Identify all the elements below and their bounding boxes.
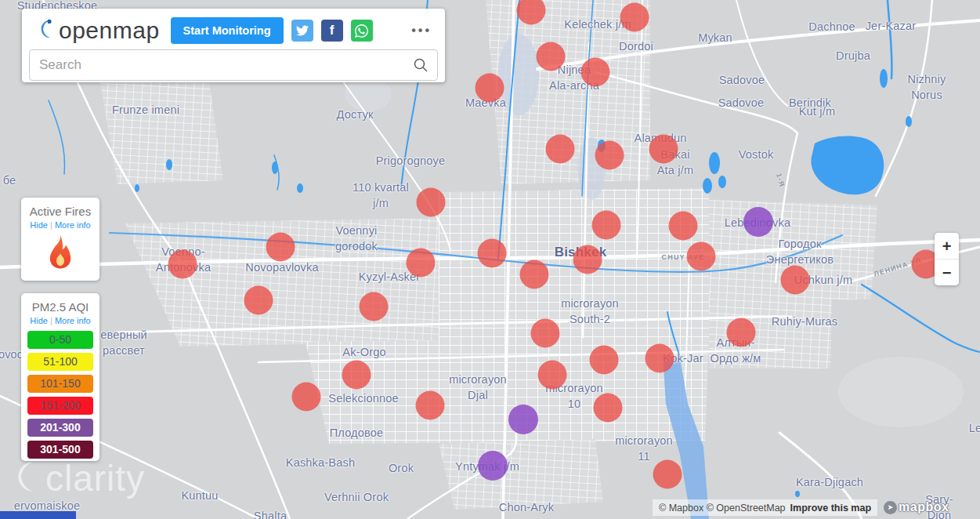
- aqi-marker-151-200[interactable]: [520, 260, 549, 289]
- aqi-marker-151-200[interactable]: [416, 391, 445, 420]
- aqi-marker-151-200[interactable]: [595, 141, 624, 170]
- aqi-marker-151-200[interactable]: [407, 249, 436, 278]
- active-fires-panel: Active Fires Hide | More info: [21, 198, 99, 281]
- aqi-scale-pill-0-50: 0-50: [27, 331, 93, 349]
- aqi-marker-151-200[interactable]: [669, 212, 698, 241]
- fires-more-info-link[interactable]: More info: [55, 220, 91, 230]
- aqi-marker-201-300[interactable]: [478, 451, 508, 481]
- logo-text: openmap: [59, 17, 160, 44]
- aqi-marker-151-200[interactable]: [546, 135, 575, 164]
- header-card: openmap Start Monitoring f •••: [22, 9, 445, 82]
- aqi-marker-151-200[interactable]: [476, 74, 504, 103]
- map-attribution: © Mapbox © OpenStreetMap Improve this ma…: [653, 499, 877, 516]
- aqi-scale-pill-201-300: 201-300: [27, 419, 93, 437]
- aqi-hide-link[interactable]: Hide: [30, 316, 48, 325]
- aqi-scale-pill-101-150: 101-150: [27, 375, 93, 393]
- aqi-marker-151-200[interactable]: [537, 42, 566, 71]
- aqi-marker-151-200[interactable]: [478, 239, 507, 268]
- aqi-marker-151-200[interactable]: [244, 286, 273, 315]
- zoom-in-button[interactable]: +: [935, 233, 959, 259]
- aqi-marker-151-200[interactable]: [360, 292, 389, 321]
- pm25-aqi-panel: PM2.5 AQI Hide | More info 0-5051-100101…: [21, 293, 99, 461]
- aqi-marker-151-200[interactable]: [266, 233, 295, 262]
- twitter-icon[interactable]: [291, 20, 313, 42]
- aqi-more-info-link[interactable]: More info: [55, 316, 91, 325]
- improve-map-link[interactable]: Improve this map: [790, 503, 872, 514]
- aqi-marker-201-300[interactable]: [743, 207, 773, 237]
- mapbox-copyright[interactable]: © Mapbox: [659, 503, 703, 514]
- aqi-marker-151-200[interactable]: [538, 361, 567, 390]
- facebook-icon[interactable]: f: [321, 20, 343, 42]
- osm-copyright[interactable]: © OpenStreetMap: [707, 503, 786, 514]
- openmap-app: { "header": { "logo_text": "openmap", "s…: [0, 0, 980, 519]
- mapbox-logo-icon: ➤: [884, 501, 897, 514]
- zoom-out-button[interactable]: −: [935, 260, 959, 285]
- openmap-logo[interactable]: openmap: [37, 16, 160, 45]
- fires-hide-link[interactable]: Hide: [30, 220, 48, 230]
- whatsapp-icon[interactable]: [351, 20, 373, 42]
- aqi-marker-151-200[interactable]: [292, 383, 321, 412]
- aqi-marker-151-200[interactable]: [592, 211, 621, 240]
- fire-icon: [21, 234, 99, 272]
- aqi-color-scale: 0-5051-100101-150151-200201-300301-500: [21, 331, 99, 459]
- aqi-panel-title: PM2.5 AQI: [21, 300, 99, 314]
- mapbox-logo-word: mapbox: [899, 500, 949, 514]
- aqi-marker-151-200[interactable]: [581, 58, 610, 87]
- openmap-crescent-icon: [37, 16, 56, 45]
- search-icon[interactable]: [413, 57, 429, 76]
- start-monitoring-button[interactable]: Start Monitoring: [171, 17, 284, 44]
- search-input[interactable]: [29, 49, 438, 81]
- aqi-marker-151-200[interactable]: [342, 361, 371, 390]
- aqi-marker-151-200[interactable]: [653, 460, 682, 489]
- aqi-marker-151-200[interactable]: [590, 346, 619, 375]
- fires-links-separator: |: [50, 220, 52, 230]
- aqi-marker-151-200[interactable]: [417, 188, 446, 217]
- mapbox-logo[interactable]: ➤ mapbox: [884, 500, 949, 514]
- aqi-marker-151-200[interactable]: [645, 344, 674, 373]
- aqi-scale-pill-51-100: 51-100: [27, 353, 93, 371]
- aqi-marker-151-200[interactable]: [781, 266, 810, 295]
- aqi-marker-151-200[interactable]: [687, 242, 716, 271]
- more-menu-button[interactable]: •••: [411, 24, 432, 38]
- aqi-marker-151-200[interactable]: [573, 245, 602, 274]
- aqi-marker-151-200[interactable]: [649, 135, 678, 164]
- aqi-marker-151-200[interactable]: [531, 319, 560, 348]
- aqi-scale-pill-301-500: 301-500: [27, 441, 93, 459]
- aqi-marker-151-200[interactable]: [727, 318, 756, 347]
- aqi-marker-201-300[interactable]: [508, 405, 538, 434]
- fires-panel-title: Active Fires: [21, 205, 99, 218]
- map-zoom-control: + −: [935, 233, 959, 285]
- aqi-marker-151-200[interactable]: [168, 250, 197, 279]
- aqi-marker-151-200[interactable]: [594, 394, 623, 423]
- aqi-scale-pill-151-200: 151-200: [27, 397, 93, 415]
- aqi-links-separator: |: [50, 316, 52, 325]
- aqi-marker-151-200[interactable]: [620, 3, 649, 32]
